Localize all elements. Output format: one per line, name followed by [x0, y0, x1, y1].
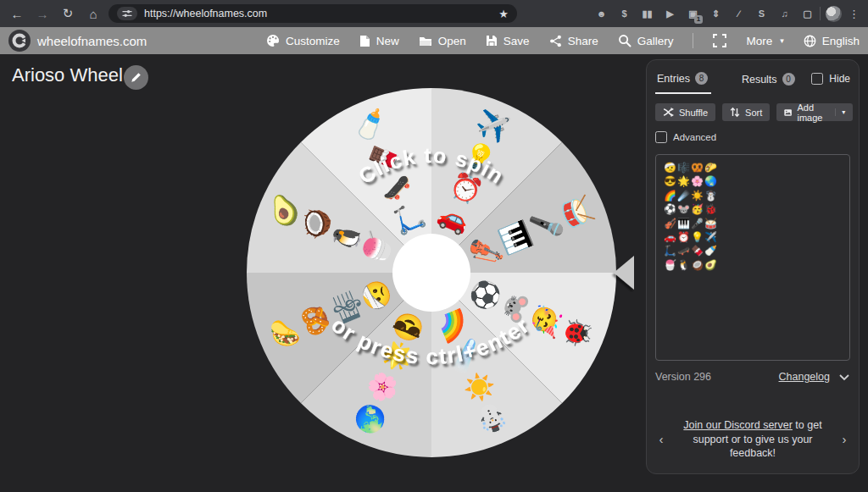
screen: ← → ↻ ⌂ https://wheelofnames.com ★ ☻$▮▮▶…: [0, 0, 868, 492]
extension-badge: 1: [694, 15, 703, 24]
share-button[interactable]: Share: [549, 35, 598, 47]
entry-row[interactable]: 🌈☄️☀️☃️: [664, 189, 842, 202]
gallery-button[interactable]: Gallery: [618, 34, 674, 47]
more-button[interactable]: More ▾: [746, 35, 783, 47]
entries-actions: Shuffle Sort Add image ▾: [655, 103, 850, 121]
add-image-button[interactable]: Add image ▾: [776, 103, 853, 121]
advanced-checkbox[interactable]: [655, 131, 667, 143]
extension-icon[interactable]: ♫: [777, 7, 792, 21]
advanced-toggle[interactable]: Advanced: [655, 131, 850, 143]
share-icon: [549, 35, 562, 47]
new-file-icon: [359, 35, 370, 47]
feedback-carousel: ‹ Join our Discord server to get support…: [655, 418, 850, 461]
changelog-chevron-icon[interactable]: [838, 373, 850, 381]
carousel-next-icon[interactable]: ›: [838, 432, 850, 446]
customize-button[interactable]: Customize: [266, 34, 340, 47]
app-logo[interactable]: [8, 30, 31, 52]
hide-checkbox[interactable]: [811, 73, 823, 85]
fullscreen-icon: [713, 34, 726, 47]
extension-icon[interactable]: ▶: [663, 7, 677, 21]
address-bar[interactable]: https://wheelofnames.com ★: [108, 4, 517, 23]
back-icon[interactable]: ←: [7, 3, 27, 24]
extension-icon[interactable]: ▮▮: [640, 7, 654, 21]
hide-toggle[interactable]: Hide: [811, 73, 850, 90]
extension-icons: ☻$▮▮▶▣1⇕∕S♫▢: [594, 7, 815, 21]
extension-icon[interactable]: ▢: [800, 7, 815, 21]
extension-icon[interactable]: ☻: [594, 7, 609, 21]
tab-results[interactable]: Results 0: [740, 69, 798, 93]
open-folder-icon: [419, 36, 432, 47]
side-panel: Entries 8 Results 0 Hide Shuffle: [646, 59, 860, 474]
extension-icon[interactable]: ⇕: [709, 7, 723, 21]
results-count-badge: 0: [782, 73, 795, 86]
entry-row[interactable]: ⚽🐭🥳🐞: [664, 202, 842, 216]
forward-icon[interactable]: →: [32, 3, 53, 24]
browser-chrome: ← → ↻ ⌂ https://wheelofnames.com ★ ☻$▮▮▶…: [0, 0, 868, 27]
site-settings-icon[interactable]: [117, 7, 137, 20]
sort-icon: [730, 107, 740, 118]
fullscreen-button[interactable]: [713, 34, 726, 47]
entries-count-badge: 8: [695, 72, 708, 85]
save-button[interactable]: Save: [486, 35, 530, 47]
changelog-link[interactable]: Changelog: [779, 371, 830, 383]
discord-message: Join our Discord server to get support o…: [672, 418, 833, 461]
extension-icon[interactable]: ▣1: [686, 7, 700, 21]
divider: [820, 7, 821, 20]
shuffle-icon: [663, 107, 674, 118]
brand-name[interactable]: wheelofnames.com: [37, 34, 147, 48]
edit-title-button[interactable]: [124, 65, 148, 90]
discord-link[interactable]: Join our Discord server: [683, 419, 793, 431]
version-label: Version 296: [655, 371, 711, 383]
tab-entries[interactable]: Entries 8: [655, 69, 711, 94]
add-image-dropdown[interactable]: ▾: [835, 108, 845, 116]
entry-row[interactable]: 🚗⏰💡✈️: [664, 230, 842, 244]
panel-tabs: Entries 8 Results 0 Hide: [655, 69, 850, 94]
entry-row[interactable]: 🛴🛹🍫🍼: [664, 244, 842, 257]
carousel-prev-icon[interactable]: ‹: [655, 432, 667, 446]
reload-icon[interactable]: ↻: [58, 3, 78, 24]
entries-textarea[interactable]: 🤕🎼🥨🌮😎🌟🌸🌏🌈☄️☀️☃️⚽🐭🥳🐞🎻🎹🎤🥁🚗⏰💡✈️🛴🛹🍫🍼🍧🐧🥥🥑: [655, 154, 850, 361]
entry-row[interactable]: 🍧🐧🥥🥑: [664, 258, 842, 272]
language-button[interactable]: English: [804, 35, 860, 47]
wheel-pointer: [609, 253, 636, 292]
open-button[interactable]: Open: [419, 35, 466, 47]
entry-row[interactable]: 🤕🎼🥨🌮: [664, 161, 842, 174]
entry-row[interactable]: 😎🌟🌸🌏: [664, 174, 842, 188]
url-text[interactable]: https://wheelofnames.com: [144, 8, 492, 19]
home-icon[interactable]: ⌂: [83, 3, 103, 24]
wheel-center[interactable]: [392, 234, 470, 312]
version-row: Version 296 Changelog: [655, 371, 850, 383]
entry-row[interactable]: 🎻🎹🎤🥁: [664, 217, 842, 230]
palette-icon: [266, 34, 280, 47]
pencil-icon: [131, 72, 142, 83]
chevron-down-icon: ▾: [780, 36, 784, 45]
browser-menu-icon[interactable]: ⋮: [847, 8, 861, 20]
extension-icon[interactable]: $: [617, 7, 632, 21]
bookmark-star-icon[interactable]: ★: [498, 8, 509, 20]
extension-icon[interactable]: S: [754, 7, 769, 21]
shuffle-button[interactable]: Shuffle: [655, 103, 715, 121]
wheel[interactable]: 🚗⏰💡✈️🎻🎹🎤🥁⚽🐭🥳🐞🌈☄️☀️☃️😎🌟🌸🌏🤕🎼🥨🌮🍧🐧🥥🥑🛴🛹🍫🍼 Cli…: [247, 88, 616, 457]
save-icon: [486, 35, 498, 47]
sort-button[interactable]: Sort: [722, 103, 770, 121]
new-button[interactable]: New: [359, 35, 399, 47]
gallery-search-icon: [618, 34, 632, 47]
extension-icon[interactable]: ∕: [732, 7, 746, 21]
app-toolbar: wheelofnames.com Customize New Open: [0, 27, 868, 54]
globe-icon: [804, 35, 816, 47]
image-icon: [784, 108, 792, 118]
divider: [693, 33, 693, 48]
page-title: Arioso Wheel: [12, 64, 123, 86]
profile-avatar[interactable]: [826, 6, 842, 22]
